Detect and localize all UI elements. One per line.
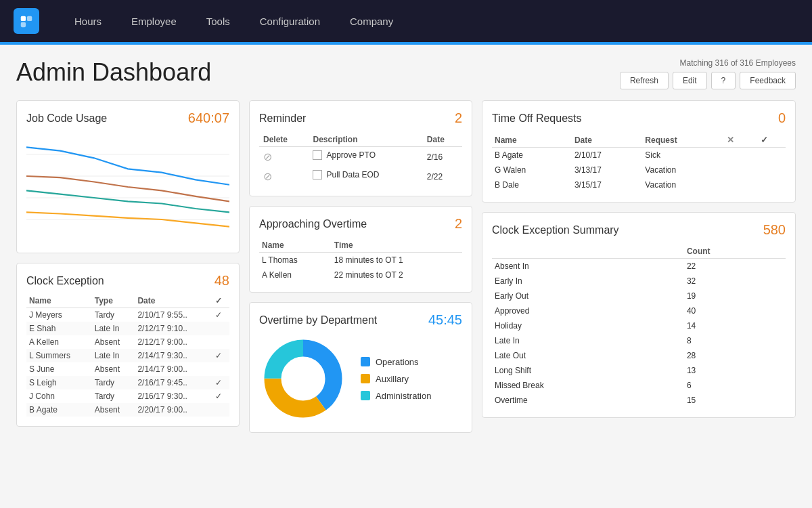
legend-label: Administration xyxy=(376,391,431,401)
job-code-title: Job Code Usage xyxy=(26,112,107,125)
rem-delete[interactable]: ⊘ xyxy=(259,167,309,186)
clock-exception-rows: J Meyers Tardy 2/10/17 9:55.. ✓ E Shah L… xyxy=(26,308,229,417)
clock-exception-card: Clock Exception 48 Name Type Date ✓ J Me… xyxy=(16,263,240,427)
tor-col-request: Request xyxy=(642,133,723,148)
tor-col-name: Name xyxy=(492,133,572,148)
ce-name: S Leigh xyxy=(26,376,92,389)
reminder-count: 2 xyxy=(455,110,462,126)
list-item: B Dale 3/15/17 Vacation xyxy=(492,177,786,192)
ces-count: 8 xyxy=(684,333,786,348)
ce-date: 2/10/17 9:55.. xyxy=(135,308,212,322)
tor-date: 2/10/17 xyxy=(572,148,642,163)
ces-count: 28 xyxy=(684,348,786,363)
ce-check: ✓ xyxy=(212,349,229,362)
ce-name: S June xyxy=(26,362,92,376)
logo[interactable] xyxy=(14,8,39,34)
aot-name: L Thomas xyxy=(259,253,332,268)
legend-item: Auxillary xyxy=(361,374,431,384)
ce-check: ✓ xyxy=(212,376,229,389)
tor-check-btn[interactable] xyxy=(758,177,786,192)
tor-request: Sick xyxy=(642,148,723,163)
logo-icon xyxy=(19,14,34,28)
approaching-overtime-title: Approaching Overtime xyxy=(259,218,367,230)
main-content: Admin Dashboard Matching 316 of 316 Empl… xyxy=(0,45,812,446)
ces-rows: Absent In 22 Early In 32 Early Out 19 Ap… xyxy=(492,259,786,408)
list-item: G Walen 3/13/17 Vacation xyxy=(492,163,786,177)
tor-check-btn[interactable] xyxy=(758,163,786,177)
ce-col-check: ✓ xyxy=(212,294,229,308)
ce-check: ✓ xyxy=(212,389,229,403)
legend-item: Operations xyxy=(361,357,431,367)
ce-col-date: Date xyxy=(135,294,212,308)
nav-configuration[interactable]: Configuration xyxy=(245,0,335,42)
approaching-overtime-header: Approaching Overtime 2 xyxy=(259,216,462,232)
ce-type: Absent xyxy=(92,335,135,349)
list-item: ⊘ Pull Data EOD 2/22 xyxy=(259,167,462,186)
matching-text: Matching 316 of 316 Employees xyxy=(620,58,796,68)
refresh-button[interactable]: Refresh xyxy=(620,72,669,89)
ce-type: Late In xyxy=(92,349,135,362)
table-row: L Summers Late In 2/14/17 9:30.. ✓ xyxy=(26,349,229,362)
job-code-header: Job Code Usage 640:07 xyxy=(26,110,229,126)
overtime-dept-title: Overtime by Department xyxy=(259,314,377,326)
nav-employee[interactable]: Employee xyxy=(116,0,191,42)
nav-tools[interactable]: Tools xyxy=(191,0,245,42)
ce-name: J Meyers xyxy=(26,308,92,322)
rem-delete[interactable]: ⊘ xyxy=(259,147,309,167)
edit-button[interactable]: Edit xyxy=(673,72,707,89)
tor-x-btn[interactable] xyxy=(724,148,758,163)
navbar: Hours Employee Tools Configuration Compa… xyxy=(0,0,812,42)
aot-name: A Kellen xyxy=(259,268,332,282)
ce-date: 2/14/17 9:30.. xyxy=(135,349,212,362)
tor-x-btn[interactable] xyxy=(724,177,758,192)
ces-label: Late Out xyxy=(492,348,684,363)
reminder-title: Reminder xyxy=(259,112,306,125)
job-code-value: 640:07 xyxy=(188,110,229,126)
ce-name: B Agate xyxy=(26,403,92,417)
list-item: Late In 8 xyxy=(492,333,786,348)
ce-check: ✓ xyxy=(212,308,229,322)
col-mid: Reminder 2 Delete Description Date ⊘ A xyxy=(249,100,472,433)
ce-name: J Cohn xyxy=(26,389,92,403)
ce-type: Absent xyxy=(92,362,135,376)
aot-time: 22 minutes to OT 2 xyxy=(332,268,462,282)
help-button[interactable]: ? xyxy=(711,72,736,89)
aot-rows: L Thomas 18 minutes to OT 1 A Kellen 22 … xyxy=(259,253,462,283)
ce-date: 2/20/17 9:00.. xyxy=(135,403,212,417)
overtime-dept-header: Overtime by Department 45:45 xyxy=(259,312,462,328)
ces-count: 15 xyxy=(684,393,786,408)
donut-legend: Operations Auxillary Administration xyxy=(361,357,431,401)
ces-col-count: Count xyxy=(684,245,786,259)
list-item: L Thomas 18 minutes to OT 1 xyxy=(259,253,462,268)
ce-date: 2/16/17 9:30.. xyxy=(135,389,212,403)
ce-date: 2/12/17 9:00.. xyxy=(135,335,212,349)
legend-color-dot xyxy=(361,357,370,366)
header-buttons: Refresh Edit ? Feedback xyxy=(620,72,796,89)
tor-x-btn[interactable] xyxy=(724,163,758,177)
aot-col-name: Name xyxy=(259,238,332,253)
ce-check xyxy=(212,322,229,335)
list-item: Late Out 28 xyxy=(492,348,786,363)
tor-col-check: ✓ xyxy=(758,133,786,148)
list-item: Long Shift 13 xyxy=(492,363,786,378)
table-row: J Meyers Tardy 2/10/17 9:55.. ✓ xyxy=(26,308,229,322)
nav-hours[interactable]: Hours xyxy=(60,0,116,42)
list-item: ⊘ Approve PTO 2/16 xyxy=(259,147,462,167)
ces-count: 22 xyxy=(684,259,786,274)
rem-col-date: Date xyxy=(423,133,462,147)
ces-table: Count Absent In 22 Early In 32 Early Out… xyxy=(492,245,786,408)
nav-company[interactable]: Company xyxy=(335,0,408,42)
table-row: A Kellen Absent 2/12/17 9:00.. xyxy=(26,335,229,349)
ces-label: Late In xyxy=(492,333,684,348)
tor-rows: B Agate 2/10/17 Sick G Walen 3/13/17 Vac… xyxy=(492,148,786,193)
ce-col-type: Type xyxy=(92,294,135,308)
feedback-button[interactable]: Feedback xyxy=(740,72,796,89)
ce-check xyxy=(212,403,229,417)
ces-label: Missed Break xyxy=(492,378,684,393)
rem-desc: Approve PTO xyxy=(309,147,422,163)
tor-check-btn[interactable] xyxy=(758,148,786,163)
svg-rect-1 xyxy=(27,16,32,21)
ce-type: Tardy xyxy=(92,389,135,403)
donut-chart xyxy=(259,335,347,423)
svg-rect-2 xyxy=(21,22,26,27)
